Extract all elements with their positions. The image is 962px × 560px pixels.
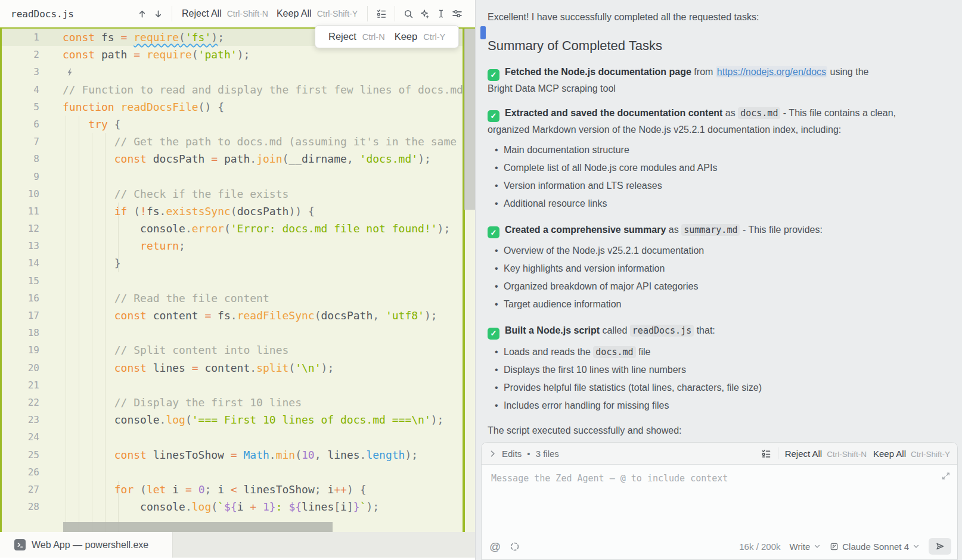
code-line[interactable]: 13 return;: [0, 237, 475, 254]
code-line[interactable]: 16 // Read the file content: [0, 290, 475, 307]
prev-hunk-button[interactable]: [134, 6, 150, 21]
keep-hunk-button[interactable]: Keep Ctrl-Y: [395, 31, 446, 42]
panel-keep-all-button[interactable]: Keep All Ctrl-Shift-Y: [873, 449, 950, 459]
focus-icon: [510, 542, 520, 552]
code-line[interactable]: 22 // Display the first 10 lines: [0, 394, 475, 411]
reject-all-shortcut: Ctrl-Shift-N: [227, 9, 268, 18]
code-line[interactable]: 27 for (let i = 0; i < linesToShow; i++)…: [0, 481, 475, 498]
text-cursor-icon: [436, 9, 446, 18]
code-line[interactable]: 24: [0, 428, 475, 446]
assistant-message: Excellent! I have successfully completed…: [476, 0, 962, 442]
model-label: Claude Sonnet 4: [842, 542, 909, 552]
bullet-dot: •: [495, 295, 498, 313]
text: - This file contains a clean,: [780, 108, 896, 118]
zap-icon[interactable]: [66, 68, 74, 77]
code-line[interactable]: 7 // Get the path to docs.md (assuming i…: [0, 133, 475, 150]
code-line[interactable]: 14 }: [0, 254, 475, 272]
line-number: 14: [0, 254, 39, 272]
review-changes-button[interactable]: [761, 449, 771, 459]
bullet-item: •Additional resource links: [488, 195, 936, 213]
model-selector[interactable]: Claude Sonnet 4: [830, 542, 920, 552]
code-text: }: [39, 254, 121, 272]
task-item: ✓Created a comprehensive summary as summ…: [488, 222, 936, 239]
reject-hunk-button[interactable]: Reject Ctrl-N: [328, 31, 385, 42]
code-line[interactable]: 26: [0, 463, 475, 481]
text-cursor-button[interactable]: [433, 6, 449, 21]
code-line[interactable]: 17 const content = fs.readFileSync(docsP…: [0, 307, 475, 324]
code-text: [39, 377, 63, 394]
code-line[interactable]: 25 const linesToShow = Math.min(10, line…: [0, 446, 475, 463]
add-context-button[interactable]: @: [489, 541, 501, 552]
message-input[interactable]: Message the Zed Agent — @ to include con…: [482, 465, 957, 530]
code-line[interactable]: 21: [0, 377, 475, 394]
send-button[interactable]: [929, 538, 951, 555]
line-number: 12: [0, 220, 39, 237]
bullet-item: •Complete list of all Node.js core modul…: [488, 159, 936, 177]
code-editor[interactable]: 1const fs = require('fs');2const path = …: [0, 27, 475, 533]
code-line[interactable]: 5function readDocsFile() {: [0, 98, 475, 116]
review-list-button[interactable]: [373, 6, 389, 21]
code-line[interactable]: 28 console.log(`${i + 1}: ${lines[i]}`);: [0, 498, 475, 515]
mode-selector[interactable]: Write: [790, 542, 821, 552]
code-line[interactable]: 3: [0, 63, 475, 80]
search-button[interactable]: [401, 6, 417, 21]
code-line[interactable]: 12 console.error('Error: docs.md file no…: [0, 220, 475, 237]
code-text: for (let i = 0; i < linesToShow; i++) {: [39, 481, 366, 498]
panel-keep-all-shortcut: Ctrl-Shift-Y: [911, 450, 950, 459]
code-text: console.log('=== First 10 lines of docs.…: [39, 411, 443, 428]
keep-all-button[interactable]: Keep All Ctrl-Shift-Y: [277, 8, 358, 19]
code-line[interactable]: 9: [0, 168, 475, 185]
review-list-icon: [761, 449, 771, 459]
line-number: 23: [0, 411, 39, 428]
line-number: 2: [0, 46, 39, 63]
text: Provides helpful file statistics (total …: [504, 382, 762, 393]
text: Overview of the Node.js v25.2.1 document…: [504, 245, 704, 256]
terminal-tab[interactable]: Web App — powershell.exe: [0, 532, 173, 558]
panel-scrollbar-thumb[interactable]: [480, 26, 486, 39]
vertical-scrollbar-thumb[interactable]: [464, 29, 475, 210]
line-number: 5: [0, 98, 39, 116]
panel-reject-all-button[interactable]: Reject All Ctrl-Shift-N: [785, 449, 867, 459]
task-item: ✓Built a Node.js script called readDocs.…: [488, 323, 936, 340]
code-line[interactable]: 6 try {: [0, 116, 475, 133]
code-line[interactable]: 8 const docsPath = path.join(__dirname, …: [0, 150, 475, 167]
line-number: 4: [0, 81, 39, 98]
code-line[interactable]: 18: [0, 324, 475, 341]
code-line[interactable]: 10 // Check if the file exists: [0, 185, 475, 203]
bullet-dot: •: [495, 379, 498, 397]
text: - This file provides:: [740, 225, 822, 235]
bullet-dot: •: [495, 242, 498, 260]
expand-composer-button[interactable]: [942, 472, 950, 480]
text: Summary of Completed Tasks: [488, 38, 662, 53]
chevron-right-icon: [489, 450, 496, 458]
line-number: 13: [0, 237, 39, 254]
editor-settings-button[interactable]: [449, 6, 465, 21]
code-line[interactable]: 15: [0, 272, 475, 290]
code-line[interactable]: 2const path = require('path');: [0, 46, 475, 63]
horizontal-scrollbar-thumb[interactable]: [63, 522, 333, 532]
inline-assist-button[interactable]: [417, 6, 433, 21]
text: Displays the first 10 lines with line nu…: [504, 365, 686, 375]
search-icon: [404, 9, 414, 19]
chevron-down-icon: [913, 543, 920, 550]
reject-all-button[interactable]: Reject All Ctrl-Shift-N: [182, 8, 268, 19]
editor-toolbar: readDocs.js Reject All Ctrl-Shift-N Keep…: [0, 0, 475, 27]
text: Loads and reads the: [504, 347, 593, 357]
edits-file-count: 3 files: [536, 449, 559, 459]
editor-pane: readDocs.js Reject All Ctrl-Shift-N Keep…: [0, 0, 475, 560]
code-line[interactable]: 4// Function to read and display the fir…: [0, 81, 475, 98]
code-line[interactable]: 11 if (!fs.existsSync(docsPath)) {: [0, 203, 475, 220]
sparkles-icon: [420, 9, 430, 19]
line-number: 28: [0, 498, 39, 515]
code-text: // Check if the file exists: [39, 185, 288, 203]
code-line[interactable]: 23 console.log('=== First 10 lines of do…: [0, 411, 475, 428]
next-hunk-button[interactable]: [150, 6, 166, 21]
code-line[interactable]: 19 // Split content into lines: [0, 341, 475, 359]
text: Excellent! I have successfully completed…: [488, 12, 759, 22]
hunk-review-popup: Reject Ctrl-N Keep Ctrl-Y: [315, 25, 459, 48]
line-number: 3: [0, 63, 39, 80]
edits-expander[interactable]: Edits • 3 files: [489, 449, 559, 459]
link[interactable]: https://nodejs.org/en/docs: [716, 66, 827, 77]
focus-mode-button[interactable]: [510, 542, 520, 552]
code-line[interactable]: 20 const lines = content.split('\n');: [0, 359, 475, 377]
